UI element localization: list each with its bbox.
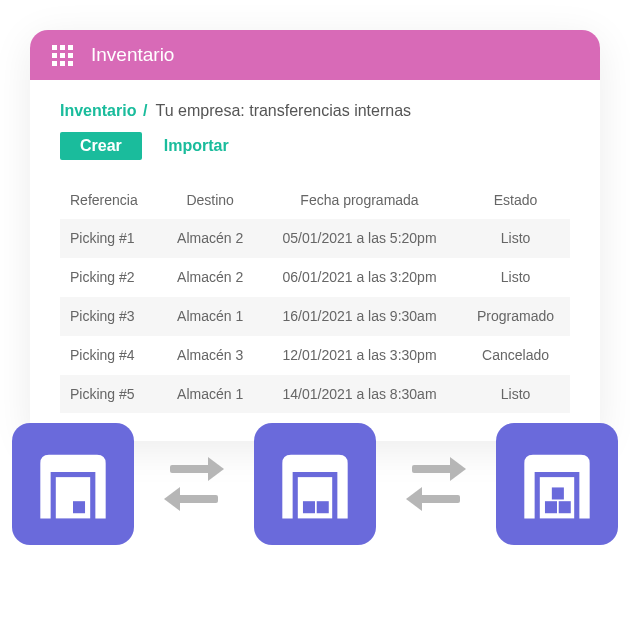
cell-ref: Picking #2 <box>60 258 162 297</box>
col-scheduled-date[interactable]: Fecha programada <box>258 182 461 219</box>
action-bar: Crear Importar <box>60 132 570 160</box>
import-button[interactable]: Importar <box>164 137 229 155</box>
arrow-left-icon <box>164 487 224 511</box>
breadcrumb: Inventario / Tu empresa: transferencias … <box>60 102 570 120</box>
cell-ref: Picking #1 <box>60 219 162 258</box>
inventory-window: Inventario Inventario / Tu empresa: tran… <box>30 30 600 441</box>
cell-dest: Almacén 2 <box>162 219 258 258</box>
cell-status: Listo <box>461 219 570 258</box>
cell-date: 14/01/2021 a las 8:30am <box>258 375 461 414</box>
warehouse-tile <box>12 423 134 545</box>
transfer-arrows-icon <box>406 457 466 511</box>
transfers-table: Referencia Destino Fecha programada Esta… <box>60 182 570 413</box>
warehouse-icon <box>272 441 358 527</box>
cell-status: Listo <box>461 258 570 297</box>
cell-ref: Picking #5 <box>60 375 162 414</box>
svg-rect-7 <box>545 501 557 513</box>
window-title: Inventario <box>91 44 174 66</box>
table-row[interactable]: Picking #4Almacén 312/01/2021 a las 3:30… <box>60 336 570 375</box>
apps-icon[interactable] <box>52 45 73 66</box>
cell-dest: Almacén 2 <box>162 258 258 297</box>
warehouse-diagram <box>10 423 620 545</box>
cell-date: 12/01/2021 a las 3:30pm <box>258 336 461 375</box>
svg-rect-1 <box>73 501 85 513</box>
cell-dest: Almacén 1 <box>162 297 258 336</box>
svg-rect-4 <box>317 501 329 513</box>
table-row[interactable]: Picking #5Almacén 114/01/2021 a las 8:30… <box>60 375 570 414</box>
cell-date: 05/01/2021 a las 5:20pm <box>258 219 461 258</box>
breadcrumb-separator: / <box>143 102 147 119</box>
breadcrumb-module[interactable]: Inventario <box>60 102 136 119</box>
cell-date: 16/01/2021 a las 9:30am <box>258 297 461 336</box>
warehouse-icon <box>514 441 600 527</box>
warehouse-tile <box>254 423 376 545</box>
warehouse-icon <box>30 441 116 527</box>
col-destination[interactable]: Destino <box>162 182 258 219</box>
table-row[interactable]: Picking #2Almacén 206/01/2021 a las 3:20… <box>60 258 570 297</box>
svg-rect-3 <box>303 501 315 513</box>
window-body: Inventario / Tu empresa: transferencias … <box>30 80 600 441</box>
col-status[interactable]: Estado <box>461 182 570 219</box>
svg-rect-8 <box>559 501 571 513</box>
cell-status: Programado <box>461 297 570 336</box>
cell-status: Cancelado <box>461 336 570 375</box>
arrow-left-icon <box>406 487 466 511</box>
cell-dest: Almacén 1 <box>162 375 258 414</box>
create-button[interactable]: Crear <box>60 132 142 160</box>
transfer-arrows-icon <box>164 457 224 511</box>
cell-ref: Picking #4 <box>60 336 162 375</box>
cell-date: 06/01/2021 a las 3:20pm <box>258 258 461 297</box>
warehouse-tile <box>496 423 618 545</box>
cell-ref: Picking #3 <box>60 297 162 336</box>
table-row[interactable]: Picking #1Almacén 205/01/2021 a las 5:20… <box>60 219 570 258</box>
arrow-right-icon <box>406 457 466 481</box>
window-header: Inventario <box>30 30 600 80</box>
col-reference[interactable]: Referencia <box>60 182 162 219</box>
cell-status: Listo <box>461 375 570 414</box>
arrow-right-icon <box>164 457 224 481</box>
svg-rect-6 <box>552 487 564 499</box>
table-row[interactable]: Picking #3Almacén 116/01/2021 a las 9:30… <box>60 297 570 336</box>
cell-dest: Almacén 3 <box>162 336 258 375</box>
breadcrumb-page: Tu empresa: transferencias internas <box>156 102 412 119</box>
